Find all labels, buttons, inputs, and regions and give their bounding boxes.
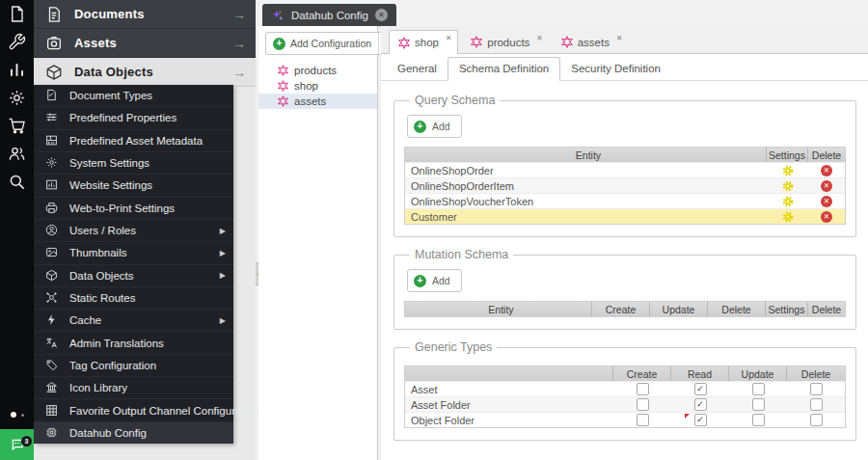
checkbox-asset-folder-delete[interactable]: [810, 398, 823, 411]
column-header-update[interactable]: Update: [650, 302, 708, 316]
checkbox-asset-delete[interactable]: [810, 383, 823, 395]
column-header-delete[interactable]: Delete: [808, 302, 845, 316]
menu-item-cache[interactable]: Cache ▶: [34, 310, 233, 332]
column-header-read[interactable]: Read: [671, 366, 729, 381]
checkbox-asset-folder-update[interactable]: [752, 398, 765, 411]
search-icon[interactable]: [0, 168, 34, 196]
column-header-delete[interactable]: Delete: [787, 366, 845, 381]
documents-icon: [45, 6, 63, 23]
delete-icon[interactable]: ✕: [821, 196, 832, 207]
tab-general[interactable]: General: [387, 58, 448, 80]
table-row-selected[interactable]: Customer ✕: [405, 208, 845, 224]
metadata-grid-icon: [45, 134, 59, 148]
mutation-schema-add-button[interactable]: + Add: [407, 269, 462, 292]
column-header-entity[interactable]: Entity: [405, 148, 767, 162]
modified-cell-marker: [685, 414, 690, 419]
query-schema-add-button[interactable]: + Add: [407, 115, 462, 138]
menu-item-predefined-properties[interactable]: Predefined Properties: [34, 107, 233, 129]
close-icon[interactable]: ✕: [446, 34, 451, 42]
menu-section-documents[interactable]: Documents →: [34, 0, 256, 29]
menu-section-data-objects[interactable]: Data Objects →: [34, 58, 256, 87]
checkbox-object-folder-delete[interactable]: [810, 414, 823, 426]
menu-item-admin-translations[interactable]: Admin Translations: [34, 332, 233, 354]
settings-gear-icon[interactable]: [782, 165, 794, 176]
table-row[interactable]: OnlineShopOrderItem ✕: [405, 177, 845, 193]
tree-item-assets[interactable]: assets: [258, 94, 377, 109]
menu-item-icon-library[interactable]: Icon Library: [34, 377, 233, 399]
settings-gear-icon[interactable]: [782, 196, 794, 207]
menu-item-label: Tag Configuration: [69, 360, 226, 371]
delete-icon[interactable]: ✕: [821, 165, 832, 176]
close-icon[interactable]: ✕: [536, 34, 542, 42]
checkbox-object-folder-read[interactable]: [694, 414, 707, 426]
checkbox-asset-folder-create[interactable]: [637, 398, 649, 411]
menu-item-document-types[interactable]: Document Types: [34, 85, 233, 107]
menu-section-label: Data Objects: [74, 65, 232, 79]
chevron-right-icon: ▶: [220, 316, 226, 325]
close-icon[interactable]: ✕: [616, 34, 622, 42]
gear-icon: [45, 156, 59, 170]
column-header-entity[interactable]: Entity: [405, 302, 592, 316]
type-label-cell: Object Folder: [405, 413, 613, 427]
chip-icon: [45, 426, 59, 440]
checkbox-asset-update[interactable]: [752, 383, 765, 395]
menu-item-users-roles[interactable]: Users / Roles ▶: [34, 220, 233, 242]
menu-item-label: Thumbnails: [69, 247, 220, 258]
tab-security-definition[interactable]: Security Definition: [560, 58, 671, 80]
close-icon[interactable]: ✕: [375, 9, 388, 21]
chat-notifications-button[interactable]: 3: [0, 429, 34, 460]
file-icon[interactable]: [0, 0, 34, 28]
column-header-delete[interactable]: Delete: [708, 302, 766, 316]
menu-item-predefined-asset-metadata[interactable]: Predefined Asset Metadata: [34, 130, 233, 152]
grid-header-row: Entity Create Update Delete Settings Del…: [405, 302, 845, 316]
delete-icon[interactable]: ✕: [821, 211, 832, 223]
checkbox-asset-read[interactable]: [694, 383, 707, 395]
mutation-schema-legend: Mutation Schema: [410, 248, 513, 261]
tab-schema-definition[interactable]: Schema Definition: [448, 57, 560, 81]
delete-icon[interactable]: ✕: [821, 180, 832, 192]
tab-shop[interactable]: shop ✕: [389, 30, 458, 54]
column-header-create[interactable]: Create: [613, 366, 671, 381]
shopping-cart-icon[interactable]: [0, 112, 34, 140]
menu-item-favorite-output-channel-configurations[interactable]: Favorite Output Channel Configurations: [34, 399, 233, 421]
tree-item-label: shop: [294, 80, 318, 92]
menu-item-web-to-print-settings[interactable]: Web-to-Print Settings: [34, 198, 233, 220]
menu-item-tag-configuration[interactable]: Tag Configuration: [34, 355, 233, 377]
menu-section-assets[interactable]: Assets →: [34, 29, 256, 58]
checkbox-object-folder-update[interactable]: [752, 414, 765, 426]
lightning-icon: [45, 313, 59, 327]
tree-item-products[interactable]: products: [258, 63, 377, 78]
table-row[interactable]: OnlineShopVoucherToken ✕: [405, 193, 845, 208]
checkbox-asset-create[interactable]: [637, 383, 649, 395]
tree-item-shop[interactable]: shop: [258, 78, 377, 94]
menu-item-label: Static Routes: [69, 292, 226, 304]
table-row: Asset: [405, 381, 845, 396]
checkbox-asset-folder-read[interactable]: [694, 398, 707, 411]
menu-item-system-settings[interactable]: System Settings: [34, 152, 233, 175]
mutation-schema-fieldset: Mutation Schema + Add Entity Create Upda…: [393, 248, 856, 330]
menu-item-datahub-config[interactable]: Datahub Config: [34, 422, 233, 444]
settings-gear-icon[interactable]: [782, 180, 794, 192]
wrench-icon[interactable]: [0, 28, 34, 56]
settings-gear-icon[interactable]: [782, 211, 794, 223]
column-header-update[interactable]: Update: [729, 366, 787, 381]
workspace-tab-datahub-config[interactable]: Datahub Config ✕: [262, 4, 396, 26]
add-configuration-button[interactable]: + Add Configuration ▼: [265, 32, 395, 55]
menu-item-website-settings[interactable]: Website Settings: [34, 175, 233, 197]
tab-assets[interactable]: assets ✕: [553, 31, 629, 53]
tab-products[interactable]: products ✕: [462, 31, 548, 53]
column-header-settings[interactable]: Settings: [767, 148, 808, 162]
entity-cell: OnlineShopVoucherToken: [405, 194, 767, 208]
table-row[interactable]: OnlineShopOrder ✕: [405, 162, 845, 177]
menu-item-data-objects[interactable]: Data Objects ▶: [34, 265, 233, 287]
column-header-settings[interactable]: Settings: [766, 302, 808, 316]
gear-icon[interactable]: [0, 84, 34, 112]
column-header-delete[interactable]: Delete: [808, 148, 845, 162]
column-header-create[interactable]: Create: [592, 302, 650, 316]
bar-chart-icon[interactable]: [0, 56, 34, 84]
menu-item-thumbnails[interactable]: Thumbnails ▶: [34, 242, 233, 264]
menu-item-static-routes[interactable]: Static Routes: [34, 287, 233, 310]
datahub-config-panel: + Add Configuration ▼ products shop asse…: [258, 26, 378, 460]
checkbox-object-folder-create[interactable]: [637, 414, 649, 426]
users-icon[interactable]: [0, 140, 34, 168]
